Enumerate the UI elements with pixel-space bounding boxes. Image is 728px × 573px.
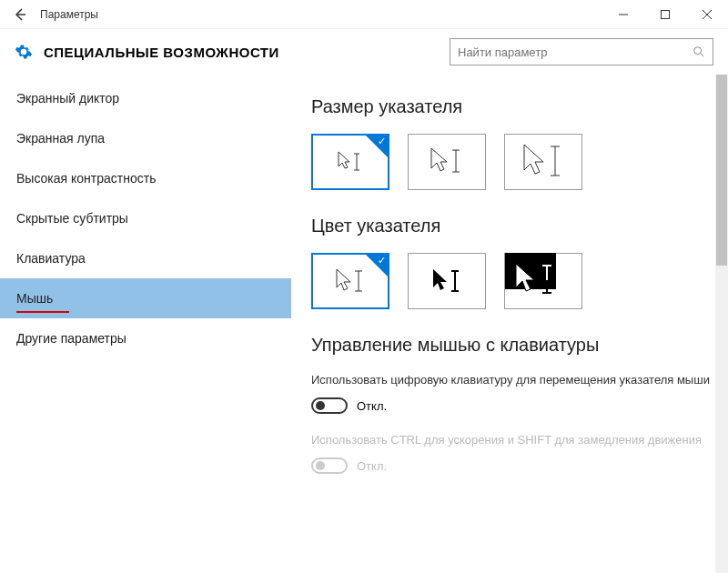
sidebar-item-captions[interactable]: Скрытые субтитры — [0, 198, 291, 238]
mouse-keys-toggle-label: Откл. — [357, 399, 387, 413]
pointer-size-small[interactable] — [311, 134, 389, 190]
window-title: Параметры — [40, 8, 98, 21]
svg-line-5 — [701, 54, 704, 57]
search-icon — [693, 45, 705, 58]
mouse-keys-title: Управление мышью с клавиатуры — [311, 335, 710, 356]
svg-point-4 — [694, 47, 702, 55]
ctrl-shift-toggle — [311, 457, 348, 474]
sidebar-item-other[interactable]: Другие параметры — [0, 318, 291, 358]
sidebar-item-magnifier[interactable]: Экранная лупа — [0, 118, 291, 158]
header: СПЕЦИАЛЬНЫЕ ВОЗМОЖНОСТИ — [0, 29, 728, 75]
sidebar-item-contrast[interactable]: Высокая контрастность — [0, 158, 291, 198]
ctrl-shift-toggle-label: Откл. — [357, 459, 387, 473]
pointer-color-options — [311, 253, 710, 309]
main-panel: Размер указателя Цвет указателя — [291, 75, 728, 573]
pointer-color-black[interactable] — [408, 253, 486, 309]
sidebar-item-narrator[interactable]: Экранный диктор — [0, 78, 291, 118]
pointer-size-medium[interactable] — [408, 134, 486, 190]
check-icon — [366, 136, 388, 157]
sidebar: Экранный диктор Экранная лупа Высокая ко… — [0, 75, 291, 573]
svg-rect-21 — [505, 253, 556, 289]
pointer-size-title: Размер указателя — [311, 96, 710, 117]
window-controls — [602, 0, 728, 29]
maximize-button[interactable] — [644, 0, 686, 29]
pointer-color-white[interactable] — [311, 253, 389, 309]
mouse-keys-toggle-row: Откл. — [311, 397, 710, 414]
close-button[interactable] — [686, 0, 728, 29]
pointer-size-large[interactable] — [504, 134, 582, 190]
sidebar-item-keyboard[interactable]: Клавиатура — [0, 238, 291, 278]
svg-rect-1 — [662, 10, 670, 18]
search-box[interactable] — [450, 38, 713, 65]
pointer-color-inverted[interactable] — [504, 253, 582, 309]
annotation-underline — [16, 311, 69, 313]
sidebar-item-mouse[interactable]: Мышь — [0, 278, 291, 318]
minimize-button[interactable] — [602, 0, 644, 29]
page-title: СПЕЦИАЛЬНЫЕ ВОЗМОЖНОСТИ — [44, 45, 279, 60]
titlebar: Параметры — [0, 0, 728, 29]
ctrl-shift-desc: Использовать CTRL для ускорения и SHIFT … — [311, 432, 710, 448]
mouse-keys-desc: Использовать цифровую клавиатуру для пер… — [311, 372, 710, 388]
ctrl-shift-toggle-row: Откл. — [311, 457, 710, 474]
sidebar-item-label: Мышь — [16, 291, 53, 306]
content: Экранный диктор Экранная лупа Высокая ко… — [0, 75, 728, 573]
back-button[interactable] — [7, 2, 33, 27]
scrollbar[interactable] — [715, 75, 728, 573]
scroll-thumb[interactable] — [716, 75, 727, 266]
check-icon — [366, 255, 388, 276]
pointer-color-title: Цвет указателя — [311, 216, 710, 236]
search-input[interactable] — [458, 45, 693, 59]
gear-icon — [15, 43, 33, 61]
pointer-size-options — [311, 134, 710, 190]
mouse-keys-toggle[interactable] — [311, 397, 348, 414]
